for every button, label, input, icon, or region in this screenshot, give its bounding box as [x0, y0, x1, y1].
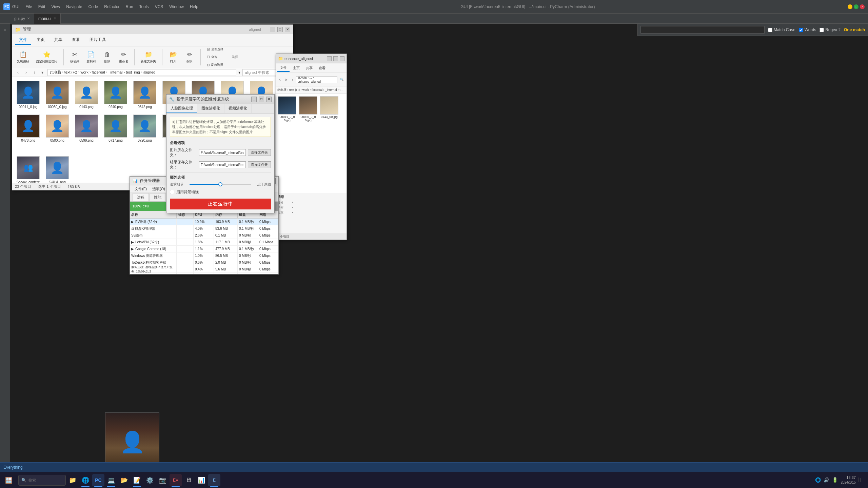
structure-sidebar-btn[interactable]: ≡	[1, 25, 9, 34]
nav-forward[interactable]: ›	[23, 69, 29, 76]
find-input[interactable]	[640, 26, 765, 34]
exp-tab-home[interactable]: 主页	[33, 36, 49, 45]
enh-file-1[interactable]: 00050_0_00.jpg	[298, 95, 318, 191]
file-item-10[interactable]: 👤 0500.png	[44, 113, 71, 152]
words-option[interactable]: Words	[799, 27, 816, 32]
table-row[interactable]: System 2.6% 0.1 MB 0 MB/秒 0 Mbps	[130, 232, 278, 239]
menu-view[interactable]: View	[48, 3, 63, 11]
nav-recent[interactable]: ▾	[39, 69, 45, 76]
ribbon-select-all[interactable]: ☑ 全部选择	[205, 46, 225, 53]
enh-tab-file[interactable]: 文件	[277, 64, 290, 72]
ribbon-open[interactable]: 📂 打开	[166, 49, 180, 65]
menu-navigate[interactable]: Navigate	[63, 3, 85, 11]
tray-battery-icon[interactable]: 🔋	[832, 477, 838, 483]
taskbar-app-mobaterm[interactable]: 🖥	[182, 474, 195, 486]
output-folder-browse-btn[interactable]: 选择文件夹	[248, 161, 271, 168]
slider-thumb[interactable]	[218, 182, 222, 186]
tray-volume-icon[interactable]: 🔊	[824, 477, 829, 483]
table-row[interactable]: 任务管理器 0.3% 25.6 MB 0 MB/秒 0 Mbps	[130, 273, 278, 274]
ribbon-quick-access[interactable]: ⭐ 固定到快速访问	[34, 49, 59, 65]
tray-network-icon[interactable]: 🌐	[815, 477, 821, 483]
explorer-minimize[interactable]: _	[270, 27, 275, 32]
dialog-tab-img[interactable]: 图像清晰化	[197, 104, 224, 113]
file-item-0[interactable]: 👤 00011_0.jpg	[15, 80, 41, 110]
taskbar-app-explorer[interactable]: 📁	[66, 474, 79, 486]
regex-option[interactable]: Regex 7	[820, 27, 841, 32]
menu-window[interactable]: Window	[166, 3, 186, 11]
tab-mainui[interactable]: main.ui ✕	[34, 14, 61, 24]
file-item-1[interactable]: 👤 00050_0.jpg	[44, 80, 71, 110]
enh-tab-share[interactable]: 共享	[303, 65, 315, 72]
enh-ribbon-up[interactable]: ↑	[290, 77, 295, 82]
nav-up[interactable]: ↑	[31, 69, 37, 76]
ribbon-copy-path[interactable]: 📋 复制路径	[15, 49, 31, 65]
dialog-minimize[interactable]: _	[251, 97, 257, 102]
file-item-13[interactable]: 👤 0720.png	[132, 113, 158, 152]
ribbon-rename[interactable]: ✏ 重命名	[117, 49, 130, 65]
file-item-11[interactable]: 👤 0599.png	[73, 113, 100, 152]
dialog-tab-face[interactable]: 人脸图像处理	[166, 104, 197, 113]
ribbon-new-folder[interactable]: 📁 新建文件夹	[139, 49, 158, 65]
enhance-max[interactable]: □	[333, 56, 338, 61]
enhance-close[interactable]: ✕	[340, 56, 344, 61]
nav-back[interactable]: ‹	[15, 69, 21, 76]
enh-ribbon-back[interactable]: ◁	[277, 77, 282, 82]
ribbon-delete[interactable]: 🗑 删除	[100, 49, 114, 65]
table-row[interactable]: Windows 资源管理器 1.0% 86.5 MB 0 MB/秒 0 Mbps	[130, 252, 278, 259]
taskbar-search-input[interactable]	[28, 478, 62, 482]
menu-tools[interactable]: Tools	[137, 3, 152, 11]
menu-code[interactable]: Code	[86, 3, 101, 11]
menu-file[interactable]: File	[23, 3, 35, 11]
taskbar-app-notepad[interactable]: 📝	[131, 474, 143, 486]
tab-guipy-close[interactable]: ✕	[27, 17, 30, 20]
match-case-checkbox[interactable]	[768, 28, 772, 32]
explorer-close[interactable]: ✕	[285, 27, 290, 32]
exp-tab-pictool[interactable]: 图片工具	[85, 36, 110, 45]
taskbar-app-terminal[interactable]: 💻	[105, 474, 117, 486]
taskbar-app-files2[interactable]: 📂	[118, 474, 130, 486]
tab-guipy[interactable]: gui.py ✕	[10, 14, 34, 24]
dialog-close[interactable]: ✕	[266, 97, 272, 102]
enh-file-2[interactable]: 0143_00.jpg	[319, 95, 339, 191]
input-folder-input[interactable]	[199, 149, 246, 156]
menu-vcs[interactable]: VCS	[152, 3, 166, 11]
words-checkbox[interactable]	[799, 28, 803, 32]
taskbar-windows-btn[interactable]: 🪟	[3, 474, 15, 486]
menu-help[interactable]: Help	[187, 3, 201, 11]
taskbar-app-chrome[interactable]: 🌐	[79, 474, 92, 486]
enh-address-input[interactable]: 此电脑 › ... › enhance_aligned	[296, 76, 338, 83]
exp-tab-view[interactable]: 查看	[68, 36, 84, 45]
exp-tab-share[interactable]: 共享	[50, 36, 66, 45]
ribbon-select-group[interactable]: 选择	[228, 54, 242, 61]
dialog-tab-video[interactable]: 视频清晰化	[224, 104, 252, 113]
file-item-4[interactable]: 👤 0342.png	[132, 80, 158, 110]
file-item-3[interactable]: 👤 0240.png	[102, 80, 129, 110]
file-item-18[interactable]: 👥 Solvay_conference_1927_0018.png	[15, 155, 41, 183]
enh-file-0[interactable]: 00011_0_00.jpg	[277, 95, 297, 191]
bg-enhance-checkbox[interactable]	[170, 190, 174, 194]
explorer-maximize[interactable]: □	[277, 27, 283, 32]
tab-mainui-close[interactable]: ✕	[54, 17, 56, 20]
table-row[interactable]: 虚拟盘IO管理器 4.0% 83.6 MB 0.1 MB/秒 0 Mbps	[130, 225, 278, 232]
taskbar-app-pycharm[interactable]: PC	[92, 474, 104, 486]
taskbar-app-taskman[interactable]: 📊	[195, 474, 208, 486]
enhance-min[interactable]: _	[327, 56, 332, 61]
file-item-9[interactable]: 👤 0478.png	[15, 113, 41, 152]
ribbon-move[interactable]: ✂ 移动到	[68, 49, 81, 65]
enh-ribbon-forward[interactable]: ▷	[284, 77, 289, 82]
file-item-2[interactable]: 👤 0143.png	[73, 80, 100, 110]
file-item-12[interactable]: 👤 0717.png	[102, 113, 129, 152]
taskbar-app-camera[interactable]: 📷	[157, 474, 169, 486]
table-row[interactable]: ▶EV录屏 (32个) 10.9% 193.9 MB 0.1 MB/秒 0 Mb…	[130, 219, 278, 225]
menu-edit[interactable]: Edit	[36, 3, 48, 11]
ribbon-edit[interactable]: ✏ 编辑	[183, 49, 196, 65]
tray-show-desktop[interactable]: |	[859, 477, 863, 482]
file-item-19[interactable]: 👤 马斯克.png	[44, 155, 71, 183]
tm-tab-perf[interactable]: 性能	[150, 193, 166, 201]
address-input[interactable]	[47, 69, 236, 76]
input-folder-browse-btn[interactable]: 选择文件夹	[248, 149, 271, 156]
ribbon-deselect[interactable]: ☐ 全选	[205, 54, 225, 61]
dialog-maximize[interactable]: □	[259, 97, 264, 102]
enh-search[interactable]: 🔍	[339, 77, 345, 82]
taskbar-app-settings[interactable]: ⚙️	[144, 474, 156, 486]
